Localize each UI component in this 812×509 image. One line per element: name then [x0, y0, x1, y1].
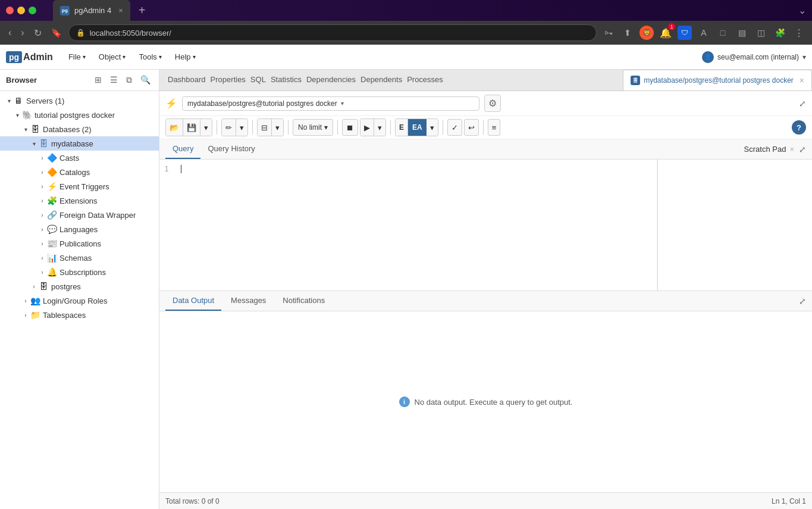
languages-toggle[interactable]: › — [38, 225, 46, 233]
user-info[interactable]: 👤 seu@email.com (internal) ▾ — [702, 51, 806, 63]
extensions-icon[interactable]: 🧩 — [773, 26, 787, 40]
sidebar-item-extensions[interactable]: › 🧩 Extensions — [0, 193, 159, 208]
roles-toggle[interactable]: › — [21, 296, 30, 305]
bitwarden-icon[interactable]: 🛡 — [678, 26, 692, 40]
help-btn[interactable]: ? — [792, 120, 806, 135]
filter-btn[interactable]: ⊟ — [258, 119, 272, 136]
sidebar-item-mydatabase[interactable]: ▾ 🗄 mydatabase — [0, 136, 159, 151]
sidebar-item-catalogs[interactable]: › 🔶 Catalogs — [0, 165, 159, 179]
explain-btn[interactable]: E — [396, 119, 408, 136]
sidebar-item-servers[interactable]: ▾ 🖥 Servers (1) — [0, 93, 159, 108]
messages-tab[interactable]: Messages — [224, 291, 273, 311]
query-panel-expand[interactable]: ⤢ — [799, 99, 806, 108]
scratch-pad-close[interactable]: × — [789, 145, 794, 154]
tab-processes[interactable]: Processes — [405, 70, 446, 90]
casts-toggle[interactable]: › — [38, 154, 46, 162]
sidebar-item-languages[interactable]: › 💬 Languages — [0, 222, 159, 236]
sidebar-item-casts[interactable]: › 🔷 Casts — [0, 151, 159, 165]
edit-btn[interactable]: ✏ — [222, 119, 236, 136]
databases-toggle[interactable]: ▾ — [21, 125, 30, 133]
save-file-btn[interactable]: 💾 — [183, 119, 200, 136]
traffic-light-green[interactable] — [29, 7, 36, 14]
data-output-tab[interactable]: Data Output — [165, 291, 221, 311]
tab-sql[interactable]: SQL — [248, 70, 268, 90]
address-bar[interactable]: 🔒 localhost:5050/browser/ — [68, 24, 597, 41]
query-editor[interactable]: 1 — [159, 160, 657, 291]
sidebar-item-fdw[interactable]: › 🔗 Foreign Data Wrapper — [0, 208, 159, 222]
sidebar-item-databases[interactable]: ▾ 🗄 Databases (2) — [0, 122, 159, 136]
stop-btn[interactable]: ⏹ — [342, 119, 358, 136]
macros-btn[interactable]: ≡ — [488, 119, 501, 136]
brave-icon[interactable]: 🦁 — [639, 26, 654, 40]
tutorial-server-toggle[interactable]: ▾ — [13, 111, 21, 119]
scratch-pad-area[interactable] — [657, 160, 812, 291]
file-menu[interactable]: File ▾ — [62, 50, 92, 64]
tab-close-button[interactable]: × — [118, 6, 123, 15]
translate-icon[interactable]: A — [697, 26, 711, 40]
screen-icon[interactable]: □ — [716, 26, 730, 40]
query-tab-close[interactable]: × — [800, 76, 804, 85]
sidebar-item-tablespaces[interactable]: › 📁 Tablespaces — [0, 308, 159, 322]
extensions-toggle[interactable]: › — [38, 196, 46, 205]
schemas-toggle[interactable]: › — [38, 254, 46, 262]
edit-dropdown-btn[interactable]: ▾ — [236, 119, 247, 136]
traffic-light-red[interactable] — [6, 7, 14, 14]
tab-dashboard[interactable]: Dashboard — [165, 70, 208, 90]
new-tab-button[interactable]: + — [135, 4, 149, 17]
bookmark-button[interactable]: 🔖 — [49, 26, 64, 40]
pgadmin-query-tab[interactable]: 🗄 mydatabase/postgres@tutorial postgres … — [623, 70, 812, 90]
key-icon[interactable]: 🗝 — [601, 26, 616, 40]
sidebar-item-postgres[interactable]: › 🗄 postgres — [0, 279, 159, 293]
sidebar-item-roles[interactable]: › 👥 Login/Group Roles — [0, 293, 159, 308]
sidebar-item-subscriptions[interactable]: › 🔔 Subscriptions — [0, 265, 159, 279]
sidebar-item-tutorial-server[interactable]: ▾ 🐘 tutorial postgres docker — [0, 108, 159, 122]
explain-dropdown-btn[interactable]: ▾ — [427, 119, 438, 136]
tools-menu[interactable]: Tools ▾ — [133, 50, 167, 64]
connection-icon[interactable]: ⚡ — [165, 98, 177, 109]
output-expand-btn[interactable]: ⤢ — [799, 296, 806, 306]
subscriptions-toggle[interactable]: › — [38, 268, 46, 276]
explain-analyze-btn[interactable]: EA — [408, 119, 427, 136]
sidebar-item-schemas[interactable]: › 📊 Schemas — [0, 251, 159, 265]
help-menu[interactable]: Help ▾ — [169, 50, 202, 64]
refresh-button[interactable]: ↻ — [32, 25, 44, 41]
sidebar-list-btn[interactable]: ☰ — [108, 74, 120, 86]
run-btn[interactable]: ▶ — [360, 119, 374, 136]
sidebar-item-publications[interactable]: › 📰 Publications — [0, 236, 159, 251]
tablespaces-toggle[interactable]: › — [21, 311, 30, 319]
menu-button[interactable]: ⋮ — [792, 26, 806, 40]
commit-btn[interactable]: ✓ — [447, 119, 462, 136]
tab-dependents[interactable]: Dependents — [358, 70, 405, 90]
notifications-tab[interactable]: Notifications — [275, 291, 332, 311]
browser-tab[interactable]: pg pgAdmin 4 × — [53, 0, 130, 21]
tab-properties[interactable]: Properties — [208, 70, 248, 90]
traffic-light-yellow[interactable] — [17, 7, 25, 14]
wallet-icon[interactable]: ◫ — [754, 26, 768, 40]
rollback-btn[interactable]: ↩ — [464, 119, 479, 136]
open-file-btn[interactable]: 📂 — [166, 119, 183, 136]
sidebar-item-event-triggers[interactable]: › ⚡ Event Triggers — [0, 179, 159, 193]
notification-icon[interactable]: 🔔 1 — [659, 26, 673, 40]
sidebar-search-btn[interactable]: 🔍 — [138, 74, 153, 86]
scratch-pad-tab[interactable]: Scratch Pad × — [744, 145, 794, 154]
catalogs-toggle[interactable]: › — [38, 168, 46, 176]
postgres-toggle[interactable]: › — [30, 282, 38, 291]
tab-statistics[interactable]: Statistics — [268, 70, 304, 90]
sidebar-toggle[interactable]: ▤ — [735, 26, 749, 40]
db-connection-select[interactable]: mydatabase/postgres@tutorial postgres do… — [182, 96, 479, 111]
save-dropdown-btn[interactable]: ▾ — [200, 119, 212, 136]
query-history-tab[interactable]: Query History — [200, 139, 262, 159]
event-triggers-toggle[interactable]: › — [38, 182, 46, 191]
forward-button[interactable]: › — [18, 25, 26, 40]
back-button[interactable]: ‹ — [6, 25, 14, 40]
no-limit-select[interactable]: No limit ▾ — [293, 119, 333, 136]
servers-toggle[interactable]: ▾ — [5, 96, 13, 105]
tab-dependencies[interactable]: Dependencies — [304, 70, 358, 90]
sidebar-grid-btn[interactable]: ⊞ — [92, 74, 104, 86]
editor-expand-btn[interactable]: ⤢ — [799, 145, 806, 154]
query-tab[interactable]: Query — [165, 139, 200, 159]
sidebar-clone-btn[interactable]: ⧉ — [124, 74, 134, 86]
connection-settings-btn[interactable]: ⚙ — [484, 95, 501, 112]
fdw-toggle[interactable]: › — [38, 211, 46, 219]
share-icon[interactable]: ⬆ — [620, 26, 635, 40]
